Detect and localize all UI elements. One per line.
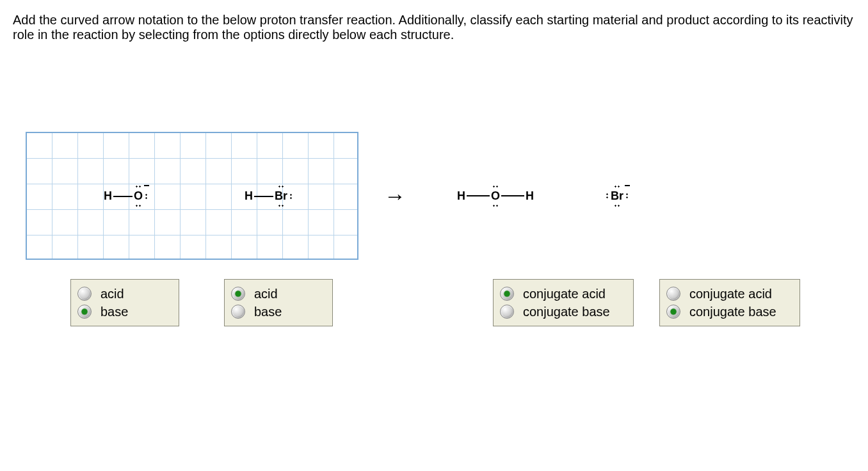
atom-h: H <box>457 189 465 203</box>
products: H O H Br <box>457 189 623 203</box>
option-base[interactable]: base <box>77 303 167 321</box>
option-base[interactable]: base <box>231 303 321 321</box>
radio-icon[interactable] <box>500 305 514 319</box>
atom-br: Br <box>611 189 623 203</box>
option-conjugate-acid[interactable]: conjugate acid <box>666 285 788 303</box>
option-label: acid <box>100 287 124 301</box>
classify-group-4: conjugate acid conjugate base <box>659 279 800 326</box>
reaction-arrow-icon: → <box>384 184 406 209</box>
options-row: acid base acid base conjugate acid conju… <box>13 279 855 326</box>
radio-icon[interactable] <box>231 305 245 319</box>
reaction-row: H O H Br → H O H <box>13 132 855 260</box>
option-acid[interactable]: acid <box>231 285 321 303</box>
option-label: conjugate acid <box>523 287 606 301</box>
product-water: H O H <box>457 189 534 203</box>
option-conjugate-base[interactable]: conjugate base <box>500 303 622 321</box>
atom-h: H <box>245 189 253 203</box>
classify-group-1: acid base <box>70 279 179 326</box>
option-conjugate-base[interactable]: conjugate base <box>666 303 788 321</box>
atom-h: H <box>104 189 112 203</box>
bond <box>254 196 273 197</box>
radio-icon[interactable] <box>500 287 514 301</box>
negative-charge-icon <box>144 185 149 186</box>
atom-o: O <box>134 189 143 203</box>
bond <box>467 195 490 196</box>
radio-icon[interactable] <box>666 287 680 301</box>
radio-icon[interactable] <box>231 287 245 301</box>
option-label: conjugate acid <box>689 287 772 301</box>
reactant-hydroxide[interactable]: H O <box>104 189 143 203</box>
reactant-hbr[interactable]: H Br <box>245 189 287 203</box>
product-bromide: Br <box>611 189 623 203</box>
option-label: acid <box>254 287 278 301</box>
option-label: conjugate base <box>689 305 776 319</box>
drawing-canvas[interactable]: H O H Br <box>26 132 358 260</box>
atom-br: Br <box>275 189 287 203</box>
negative-charge-icon <box>625 185 630 186</box>
option-conjugate-acid[interactable]: conjugate acid <box>500 285 622 303</box>
bond <box>113 196 133 197</box>
question-prompt: Add the curved arrow notation to the bel… <box>13 13 855 42</box>
radio-icon[interactable] <box>77 305 92 319</box>
option-label: conjugate base <box>523 305 610 319</box>
atom-o: O <box>491 189 500 203</box>
atom-h: H <box>526 189 534 203</box>
option-label: base <box>100 305 128 319</box>
radio-icon[interactable] <box>666 305 680 319</box>
option-acid[interactable]: acid <box>77 285 167 303</box>
classify-group-3: conjugate acid conjugate base <box>493 279 634 326</box>
bond <box>501 195 524 196</box>
radio-icon[interactable] <box>77 287 92 301</box>
option-label: base <box>254 305 282 319</box>
classify-group-2: acid base <box>224 279 333 326</box>
